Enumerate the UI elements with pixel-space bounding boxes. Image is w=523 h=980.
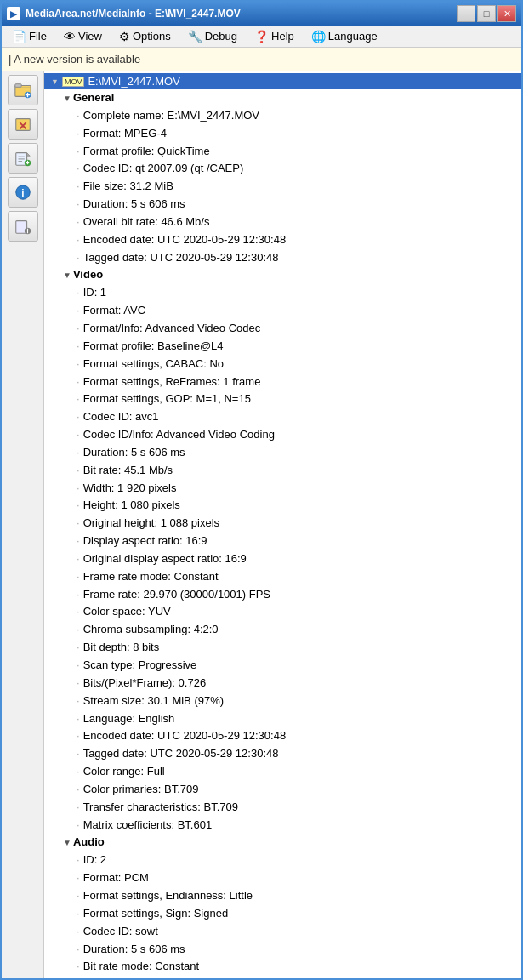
svg-rect-1 (14, 84, 20, 88)
tree-row: ·Bits/(Pixel*Frame): 0.726 (44, 675, 521, 692)
tree-row: ·Bit depth: 8 bits (44, 639, 521, 657)
sidebar: i (2, 71, 44, 978)
section-general[interactable]: ▼General (44, 89, 521, 107)
settings-button[interactable] (8, 211, 38, 242)
tree-row: ·Original display aspect ratio: 16:9 (44, 550, 521, 568)
tree-row: ·Overall bit rate: 46.6 Mb/s (44, 214, 521, 231)
tree-row: ·Stream size: 30.1 MiB (97%) (44, 692, 521, 710)
title-bar-left: ▶ MediaArea.net/MediaInfo - E:\MVI_2447.… (7, 7, 241, 20)
main-content: i ▼ MOV E:\MVI_2447.MOV ▼General·Comp (2, 71, 521, 978)
tree-row: ·Format/Info: Advanced Video Codec (44, 320, 521, 338)
tree-content: ▼General·Complete name: E:\MVI_2447.MOV·… (44, 89, 521, 978)
svg-text:i: i (21, 187, 24, 199)
section-audio[interactable]: ▼Audio (44, 834, 521, 852)
title-bar: ▶ MediaArea.net/MediaInfo - E:\MVI_2447.… (2, 2, 521, 26)
tree-row: ·Language: English (44, 710, 521, 728)
tree-row: ·Tagged date: UTC 2020-05-29 12:30:48 (44, 249, 521, 267)
menu-item-help[interactable]: ❓Help (247, 28, 301, 45)
tree-row: ·Format profile: Baseline@L4 (44, 338, 521, 356)
tree-row: ·Format settings, Sign: Signed (44, 905, 521, 923)
tree-row: ·Codec ID: sowt (44, 923, 521, 941)
tree-row: ·Format settings, CABAC: No (44, 356, 521, 373)
section-video[interactable]: ▼Video (44, 266, 521, 284)
minimize-button[interactable]: ─ (457, 5, 475, 22)
file-type-icon: MOV (62, 77, 85, 87)
tree-row: ·Transfer characteristics: BT.709 (44, 799, 521, 817)
tree-row: ·Color primaries: BT.709 (44, 781, 521, 799)
tree-row: ·Format: MPEG-4 (44, 125, 521, 143)
tree-row: ·Format settings, GOP: M=1, N=15 (44, 390, 521, 408)
app-icon: ▶ (7, 7, 20, 20)
tree-row: ·Scan type: Progressive (44, 657, 521, 675)
tree-row: ·Format profile: QuickTime (44, 143, 521, 161)
menu-bar: 📄File👁View⚙Options🔧Debug❓Help🌐Language (2, 26, 521, 48)
tree-row: ·ID: 1 (44, 284, 521, 302)
tree-row: ·Color space: YUV (44, 603, 521, 621)
tree-row: ·Frame rate mode: Constant (44, 568, 521, 586)
tree-row: ·Matrix coefficients: BT.601 (44, 817, 521, 835)
tree-row: ·ID: 2 (44, 852, 521, 869)
filename-text: E:\MVI_2447.MOV (88, 75, 179, 88)
title-controls: ─ □ ✕ (457, 5, 516, 22)
help-icon: ❓ (254, 30, 269, 43)
tree-row: ·Width: 1 920 pixels (44, 480, 521, 498)
tree-row: ·Duration: 5 s 606 ms (44, 444, 521, 462)
tree-row: ·Height: 1 080 pixels (44, 497, 521, 515)
menu-item-language[interactable]: 🌐Language (304, 28, 384, 45)
tree-row: ·Format: AVC (44, 302, 521, 320)
window-title: MediaArea.net/MediaInfo - E:\MVI_2447.MO… (26, 8, 241, 20)
tree-row: ·Format: PCM (44, 869, 521, 887)
main-window: ▶ MediaArea.net/MediaInfo - E:\MVI_2447.… (0, 0, 523, 980)
tree-row: ·Encoded date: UTC 2020-05-29 12:30:48 (44, 727, 521, 745)
close-button[interactable]: ✕ (497, 5, 516, 22)
filename-row[interactable]: ▼ MOV E:\MVI_2447.MOV (44, 73, 521, 89)
view-icon: 👁 (64, 30, 76, 43)
open-file-button[interactable] (8, 75, 38, 105)
tree-row: ·Original height: 1 088 pixels (44, 515, 521, 533)
file-icon: 📄 (12, 30, 26, 43)
menu-item-file[interactable]: 📄File (5, 28, 54, 45)
tree-panel[interactable]: ▼ MOV E:\MVI_2447.MOV ▼General·Complete … (44, 71, 521, 978)
tree-row: ·File size: 31.2 MiB (44, 178, 521, 196)
tree-row: ·Bit rate: 45.1 Mb/s (44, 462, 521, 480)
tree-row: ·Complete name: E:\MVI_2447.MOV (44, 107, 521, 125)
tree-row: ·Encoded date: UTC 2020-05-29 12:30:48 (44, 231, 521, 249)
language-icon: 🌐 (311, 30, 326, 43)
menu-item-options[interactable]: ⚙Options (112, 28, 178, 45)
tree-row: ·Frame rate: 29.970 (30000/1001) FPS (44, 586, 521, 604)
close-file-button[interactable] (8, 109, 38, 140)
tree-row: ·Format settings, ReFrames: 1 frame (44, 373, 521, 391)
maximize-button[interactable]: □ (477, 5, 496, 22)
tree-row: ·Chroma subsampling: 4:2:0 (44, 621, 521, 639)
tree-row: ·Duration: 5 s 606 ms (44, 196, 521, 214)
tree-row: ·Codec ID: qt 2007.09 (qt /CAEP) (44, 160, 521, 178)
tree-row: ·Duration: 5 s 606 ms (44, 941, 521, 959)
info-button[interactable]: i (8, 177, 38, 208)
menu-item-view[interactable]: 👁View (57, 28, 109, 45)
tree-row: ·Display aspect ratio: 16:9 (44, 533, 521, 550)
menu-item-debug[interactable]: 🔧Debug (181, 28, 244, 45)
export-button[interactable] (8, 143, 38, 174)
tree-row: ·Codec ID/Info: Advanced Video Coding (44, 426, 521, 444)
tree-row: ·Tagged date: UTC 2020-05-29 12:30:48 (44, 745, 521, 763)
tree-row: ·Format settings, Endianness: Little (44, 887, 521, 905)
tree-row: ·Bit rate: 1 536 kb/s (44, 976, 521, 978)
svg-rect-3 (15, 119, 30, 131)
tree-row: ·Codec ID: avc1 (44, 408, 521, 426)
notification-text: | A new version is available (9, 53, 140, 66)
tree-row: ·Bit rate mode: Constant (44, 958, 521, 976)
debug-icon: 🔧 (188, 30, 202, 43)
tree-row: ·Color range: Full (44, 763, 521, 781)
notification-bar: | A new version is available (2, 48, 521, 71)
options-icon: ⚙ (119, 30, 130, 43)
